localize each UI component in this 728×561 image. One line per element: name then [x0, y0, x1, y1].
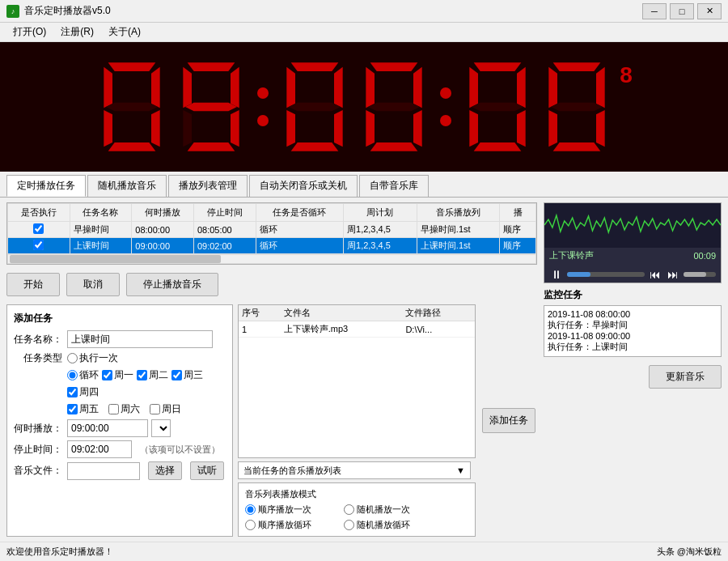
task-name-input[interactable] [67, 330, 213, 348]
file-list-box: 序号 文件名 文件路径 1 上下课铃声.mp3 D:\Vi... [238, 304, 476, 458]
week4-check[interactable] [67, 387, 78, 397]
svg-marker-29 [470, 67, 479, 108]
radio-once-item: 执行一次 [67, 351, 118, 365]
mode-seq-loop-label: 顺序播放循环 [258, 519, 311, 531]
name-cell: 上课时间 [70, 238, 132, 254]
add-task-side-button[interactable]: 添加任务 [482, 408, 535, 433]
col-order: 播 [500, 204, 536, 222]
svg-marker-0 [108, 62, 156, 71]
radio-once[interactable] [67, 353, 78, 363]
listen-button[interactable]: 试听 [190, 461, 224, 480]
stop-time-input[interactable] [67, 440, 132, 458]
mode-rand-once-label: 随机播放一次 [357, 504, 410, 516]
mode-seq-loop-radio[interactable] [245, 520, 256, 530]
mode-rand-once-radio[interactable] [344, 504, 354, 515]
week3-check[interactable] [171, 370, 182, 380]
week2-check[interactable] [137, 370, 147, 380]
week7-check[interactable] [150, 404, 160, 414]
action-buttons: 开始 取消 停止播放音乐 [6, 270, 537, 300]
week4-label: 周四 [79, 385, 99, 399]
mode-rand-loop-label: 随机播放循环 [357, 519, 410, 531]
tab-random[interactable]: 随机播放音乐 [87, 175, 167, 197]
weekday-row2: 周五 周六 周日 [67, 402, 226, 416]
title-bar: ♪ 音乐定时播放器v5.0 ─ □ ✕ [0, 0, 728, 23]
prev-button[interactable]: ⏮ [648, 266, 662, 283]
radio-loop[interactable] [67, 370, 78, 380]
file-path: D:\Vi... [402, 321, 475, 338]
play-time-dropdown[interactable]: ▼ [151, 419, 171, 437]
log-entry: 2019-11-08 08:00:00 [548, 309, 717, 319]
play-time-input[interactable] [67, 419, 148, 437]
player-title-bar: 上下课铃声 00:09 [544, 248, 721, 263]
week1-check[interactable] [102, 370, 112, 380]
table-row[interactable]: 早操时间 08:00:00 08:05:00 循环 周1,2,3,4,5 早操时… [8, 222, 536, 238]
cancel-button[interactable]: 取消 [66, 273, 120, 296]
svg-marker-15 [287, 67, 296, 108]
next-button[interactable]: ⏭ [666, 266, 680, 283]
choose-button[interactable]: 选择 [148, 461, 182, 480]
tab-auto-close[interactable]: 自动关闭音乐或关机 [249, 175, 358, 197]
week-cell: 周1,2,3,4,5 [344, 238, 417, 254]
bottom-section: 添加任务 任务名称： 任务类型 执行一次 [6, 304, 537, 537]
play-time-cell: 08:00:00 [132, 222, 194, 238]
horizontal-scrollbar[interactable] [7, 254, 536, 264]
pause-button[interactable]: ⏸ [549, 266, 564, 283]
svg-marker-23 [413, 67, 422, 108]
add-task-form: 添加任务 任务名称： 任务类型 执行一次 [6, 304, 233, 537]
tab-playlist[interactable]: 播放列表管理 [168, 175, 248, 197]
svg-marker-6 [108, 142, 156, 151]
svg-marker-32 [470, 110, 479, 147]
svg-marker-2 [151, 67, 160, 108]
svg-marker-25 [366, 110, 375, 147]
week5-check[interactable] [67, 404, 78, 414]
start-button[interactable]: 开始 [6, 273, 60, 296]
menu-bar: 打开(O) 注册(R) 关于(A) [0, 23, 728, 42]
svg-marker-39 [549, 110, 558, 147]
menu-open[interactable]: 打开(O) [6, 23, 53, 40]
week2-label: 周二 [149, 368, 168, 382]
update-music-button[interactable]: 更新音乐 [649, 365, 722, 389]
monitor-title: 监控任务 [544, 288, 722, 302]
file-row[interactable]: 1 上下课铃声.mp3 D:\Vi... [239, 321, 475, 338]
play-time-label: 何时播放： [14, 422, 62, 436]
tab-music-library[interactable]: 自带音乐库 [359, 175, 429, 197]
svg-marker-16 [334, 67, 343, 108]
mode-rand-loop-radio[interactable] [344, 520, 354, 530]
monitor-section: 监控任务 2019-11-08 08:00:00执行任务：早操时间2019-11… [544, 288, 722, 357]
execute-cell [8, 222, 70, 238]
playlist-dropdown[interactable]: 当前任务的音乐播放列表 ▼ [238, 461, 471, 479]
menu-about[interactable]: 关于(A) [102, 23, 147, 40]
execute-cell [8, 238, 70, 254]
svg-marker-4 [104, 110, 113, 147]
stop-music-button[interactable]: 停止播放音乐 [126, 273, 218, 296]
volume-bar[interactable] [684, 272, 716, 277]
log-entry: 执行任务：早操时间 [548, 319, 717, 331]
waveform [544, 203, 721, 248]
player-time: 00:09 [693, 251, 716, 261]
close-button[interactable]: ✕ [697, 3, 722, 19]
week3-label: 周三 [184, 368, 203, 382]
minimize-button[interactable]: ─ [642, 3, 667, 19]
svg-marker-9 [231, 67, 239, 108]
file-col-name: 文件名 [281, 305, 403, 321]
file-name: 上下课铃声.mp3 [281, 321, 403, 338]
music-cell: 上课时间.1st [417, 238, 499, 254]
app-title: 音乐定时播放器v5.0 [24, 4, 111, 18]
maximize-button[interactable]: □ [670, 3, 694, 19]
week6-check[interactable] [108, 404, 119, 414]
mode-seq-once-radio[interactable] [245, 504, 256, 515]
svg-marker-38 [551, 103, 603, 112]
table-row[interactable]: 上课时间 09:00:00 09:02:00 循环 周1,2,3,4,5 上课时… [8, 238, 536, 254]
mode-seq-once-label: 顺序播放一次 [258, 504, 311, 516]
menu-register[interactable]: 注册(R) [54, 23, 100, 40]
svg-marker-37 [596, 67, 605, 108]
progress-bar[interactable] [567, 272, 645, 277]
left-panel: 是否执行 任务名称 何时播放 停止时间 任务是否循环 周计划 音乐播放列 播 早… [6, 202, 537, 537]
status-text: 欢迎使用音乐定时播放器！ [6, 546, 113, 558]
music-file-input[interactable] [67, 462, 140, 480]
sec-ones [540, 58, 613, 155]
file-col-no: 序号 [239, 305, 281, 321]
clock-digits: 8 [95, 58, 633, 155]
dropdown-arrow: ▼ [456, 465, 465, 475]
tab-scheduled[interactable]: 定时播放任务 [6, 175, 86, 197]
